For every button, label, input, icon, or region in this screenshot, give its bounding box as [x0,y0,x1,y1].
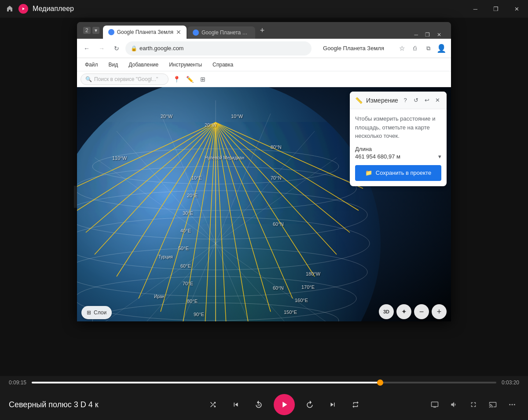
main-content: › 2 ▾ Google Планета Земля ✕ Google План… [0,18,528,376]
3d-button[interactable]: 3D [379,304,394,319]
measurement-hint: Чтобы измерить расстояние и площадь, отм… [355,114,441,140]
length-value: 461 954 680,97 м [355,153,400,160]
play-pause-button[interactable] [274,394,295,415]
layers-button[interactable]: ⊞ Слои [81,306,112,319]
measurement-panel-title: Измерение [366,97,398,104]
earth-search-box[interactable]: 🔍 Поиск в сервисе "Googl..." [81,74,169,85]
tab-label-2: Google Планета Земля [202,29,250,36]
svg-point-38 [512,404,513,405]
tab-favicon-1 [108,29,114,35]
tab-bar-right: ─ ❐ ✕ [269,31,447,39]
add-tab-button[interactable]: + [256,24,268,37]
measurement-undo-button[interactable]: ↩ [423,95,431,106]
progress-thumb[interactable] [377,379,383,386]
extension-button[interactable]: ⧉ [422,42,434,55]
tab-count-badge[interactable]: 2 [83,27,91,34]
bookmark-button[interactable]: ☆ [396,42,408,55]
svg-line-21 [216,122,350,232]
repeat-button[interactable] [348,397,363,413]
forward-button[interactable]: → [95,42,108,55]
tab-google-earth-2[interactable]: Google Планета Земля [187,26,255,39]
earth-globe [77,87,381,321]
more-options-button[interactable] [505,398,519,412]
menu-add[interactable]: Добавление [124,60,163,70]
tabs-dropdown-btn[interactable]: ▾ [92,27,99,34]
titlebar-left: Медиаплеер [5,4,74,14]
svg-rect-35 [432,402,438,407]
menu-file[interactable]: Файл [81,60,103,70]
tab-close-1[interactable]: ✕ [176,29,181,36]
browser-secondary-toolbar: 🔍 Поиск в сервисе "Googl..." 📍 ✏️ ⊞ [77,71,451,87]
player-controls: 0:09:15 0:03:20 Северный полюс 3 D 4 к 1… [0,376,528,420]
layers-icon[interactable]: ⊞ [198,74,208,85]
menu-tools[interactable]: Инструменты [165,60,206,70]
shuffle-button[interactable] [205,397,221,413]
browser-toolbar: ← → ↻ 🔒 earth.google.com Google Планета … [77,39,451,58]
maximize-button[interactable]: ❐ [490,4,502,14]
svg-line-23 [216,122,363,188]
prev-button[interactable] [228,397,244,413]
back-button[interactable]: ← [81,42,93,55]
rewind-button[interactable]: 10 [251,397,267,413]
svg-line-25 [77,122,216,210]
compass-button[interactable]: ✦ [396,304,411,319]
toolbar-right-buttons: ☆ ⎙ ⧉ 👤 [396,42,447,55]
tabs-left-controls: 2 ▾ [81,25,102,36]
tab-favicon-2 [193,29,199,36]
tab-label-1: Google Планета Земля [117,29,173,35]
minimize-tab-btn[interactable]: ─ [411,31,421,39]
controls-row: Северный полюс 3 D 4 к 10 [9,389,519,420]
location-icon[interactable]: 📍 [171,74,182,85]
ruler-icon[interactable]: ✏️ [184,74,195,85]
close-button[interactable]: ✕ [511,4,523,14]
forward-button[interactable] [302,397,318,413]
progress-bar-container: 0:09:15 0:03:20 [9,376,519,389]
progress-track[interactable] [32,382,496,383]
menu-help[interactable]: Справка [208,60,238,70]
map-controls-left: ⊞ Слои [81,306,112,319]
menu-view[interactable]: Вид [104,60,123,70]
length-dropdown-icon[interactable]: ▾ [438,153,441,160]
address-text: earth.google.com [139,45,183,52]
fullscreen-button[interactable] [466,398,480,412]
media-player-icon [18,4,28,14]
close-tab-btn[interactable]: ✕ [434,31,444,39]
svg-line-15 [216,122,227,321]
cast-button[interactable] [486,398,500,412]
titlebar-title: Медиаплеер [33,5,74,13]
measurement-refresh-button[interactable]: ↺ [412,95,420,106]
home-icon[interactable] [5,4,14,13]
earth-view: 20°W 10°W Нулевой Меридиан 10°E 20°E 30°… [77,87,451,321]
screen-mode-button[interactable] [428,398,442,412]
volume-button[interactable] [447,398,461,412]
svg-line-24 [86,122,216,232]
map-controls-right: 3D ✦ − + [379,304,447,319]
progress-fill [32,382,380,383]
zoom-out-button[interactable]: − [414,304,429,319]
playback-controls: 10 [205,394,363,415]
tab-google-earth-1[interactable]: Google Планета Земля ✕ [103,26,187,39]
share-button[interactable]: ⎙ [409,42,421,55]
next-button[interactable] [325,397,341,413]
save-to-project-button[interactable]: 📁 Сохранить в проекте [355,165,441,181]
length-label: Длина [355,146,441,152]
refresh-button[interactable]: ↻ [110,42,123,55]
measurement-close-button[interactable]: ✕ [434,95,441,106]
browser-menubar: Файл Вид Добавление Инструменты Справка [77,58,451,71]
measurement-help-button[interactable]: ? [402,95,409,106]
address-bar[interactable]: 🔒 earth.google.com [125,41,312,55]
svg-point-6 [77,276,356,321]
right-controls [428,398,519,412]
search-icon: 🔍 [85,76,92,82]
total-time: 0:03:20 [502,379,519,386]
zoom-in-button[interactable]: + [432,304,447,319]
svg-line-19 [216,122,315,276]
minimize-button[interactable]: ─ [470,4,481,14]
search-placeholder: Поиск в сервисе "Googl..." [94,76,158,82]
svg-point-3 [77,191,367,239]
save-label: Сохранить в проекте [376,169,431,176]
account-button[interactable]: 👤 [435,42,447,55]
track-title: Северный полюс 3 D 4 к [9,400,141,409]
length-value-row: 461 954 680,97 м ▾ [355,153,441,160]
restore-tab-btn[interactable]: ❐ [422,31,433,39]
